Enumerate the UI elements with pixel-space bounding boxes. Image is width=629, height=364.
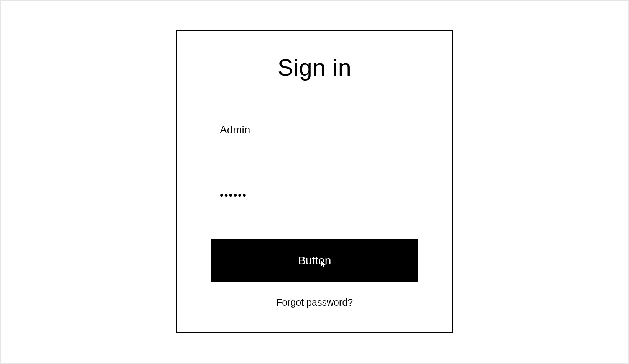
signin-heading: Sign in	[277, 54, 351, 81]
forgot-password-link[interactable]: Forgot password?	[276, 297, 353, 308]
password-input[interactable]	[211, 176, 418, 214]
signin-button[interactable]: Button	[211, 239, 418, 282]
username-input[interactable]	[211, 111, 418, 149]
signin-card: Sign in Button Forgot password?	[176, 30, 453, 333]
